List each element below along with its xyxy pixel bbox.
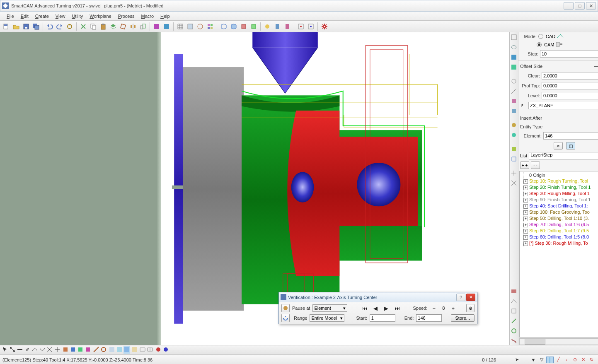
bt-snap2-icon[interactable] — [17, 346, 23, 354]
tb-paste-icon[interactable] — [99, 22, 108, 31]
step-tree[interactable]: 0 Origin+Step 10: Rough Turning, Tool+St… — [519, 171, 598, 337]
tb-scale-icon[interactable] — [138, 22, 148, 31]
tree-node[interactable]: 0 Origin — [523, 172, 598, 178]
tree-node[interactable]: +Step 70: Drilling, Tool 1:6 (6.5 — [523, 222, 598, 228]
tb-refresh-icon[interactable] — [65, 22, 74, 31]
bt-measure1-icon[interactable] — [93, 346, 99, 354]
vtb-icon-20[interactable] — [510, 337, 518, 345]
tb-mesh3-icon[interactable] — [239, 22, 248, 31]
bt-snap4-icon[interactable] — [31, 346, 38, 354]
tb-grid2-icon[interactable] — [186, 22, 195, 31]
status-icon-5[interactable]: ◦ — [563, 357, 570, 363]
expand-icon[interactable]: + — [523, 186, 528, 190]
bt-view4-icon[interactable] — [85, 346, 91, 354]
menu-workplane[interactable]: Workplane — [86, 13, 114, 19]
range-select[interactable]: Entire Model▾ — [310, 314, 344, 322]
tb-undo-icon[interactable] — [45, 22, 54, 31]
tb-mesh1-icon[interactable] — [219, 22, 228, 31]
expand-icon[interactable]: + — [523, 210, 528, 215]
vtb-icon-18[interactable] — [510, 317, 518, 325]
play-button[interactable]: ▶ — [382, 304, 390, 312]
dialog-help-button[interactable]: ? — [456, 294, 465, 301]
vtb-icon-2[interactable] — [510, 43, 518, 51]
tb-grid1-icon[interactable] — [176, 22, 185, 31]
tb-gear-icon[interactable] — [320, 22, 329, 31]
status-icon-3[interactable]: ┼ — [546, 357, 554, 363]
vtb-icon-5[interactable] — [510, 77, 518, 85]
menu-view[interactable]: View — [52, 13, 69, 19]
tb-grid4-icon[interactable] — [206, 22, 215, 31]
bt-view1-icon[interactable] — [62, 346, 69, 354]
status-icon-4[interactable]: ╱ — [554, 357, 562, 363]
menu-process[interactable]: Process — [115, 13, 138, 19]
expand-icon[interactable]: + — [523, 241, 528, 246]
minimize-button[interactable]: ─ — [564, 2, 574, 10]
tb-tool1-icon[interactable] — [263, 22, 272, 31]
dialog-close-button[interactable]: ✕ — [466, 294, 475, 301]
tb-tool3-icon[interactable] — [283, 22, 292, 31]
bt-snap1-icon[interactable] — [9, 346, 16, 354]
tree-node[interactable]: +Step 10: Rough Turning, Tool — [523, 178, 598, 184]
bt-snap5-icon[interactable] — [39, 346, 46, 354]
tb-mesh2-icon[interactable] — [229, 22, 238, 31]
tree-node[interactable]: +Step 50: Drilling, Tool 1:10 (3. — [523, 215, 598, 222]
tb-x2-icon[interactable] — [306, 22, 315, 31]
proftop-input[interactable] — [542, 82, 598, 89]
tree-node[interactable]: +[*] Step 30: Rough Milling, To — [523, 240, 598, 246]
tree-node[interactable]: +Step 20: Finish Turning, Tool 1 — [523, 184, 598, 190]
bt-q2-icon[interactable] — [147, 346, 153, 354]
vtb-icon-10[interactable] — [510, 131, 518, 139]
expand-icon[interactable]: + — [523, 192, 528, 196]
bt-q1-icon[interactable] — [139, 346, 146, 354]
tb-mesh4-icon[interactable] — [249, 22, 258, 31]
vtb-icon-13[interactable] — [510, 169, 518, 177]
tree-node[interactable]: +Step 100: Face Grooving, Too — [523, 209, 598, 215]
expand-icon[interactable]: + — [523, 204, 528, 209]
expand-icon[interactable]: + — [523, 217, 528, 221]
vtb-icon-7[interactable] — [510, 97, 518, 105]
step-input[interactable] — [540, 50, 598, 58]
store-button[interactable]: Store... — [451, 314, 475, 322]
clear-input[interactable] — [542, 72, 598, 80]
fast-forward-button[interactable]: ⏭ — [393, 304, 401, 312]
tb-cut-icon[interactable] — [79, 22, 88, 31]
tree-hscrollbar[interactable] — [519, 338, 598, 345]
tb-mirror-icon[interactable] — [128, 22, 138, 31]
plane-input[interactable] — [528, 102, 598, 109]
bt-r1-icon[interactable] — [155, 346, 162, 354]
mode-cad-radio[interactable] — [538, 34, 543, 39]
toggle-btn-1[interactable]: ≈ — [554, 142, 563, 149]
vtb-icon-16[interactable] — [510, 297, 518, 305]
vtb-icon-14[interactable] — [510, 179, 518, 187]
bt-r2-icon[interactable] — [162, 346, 169, 354]
tree-node[interactable]: +Step 90: Finish Turning, Tool 1 — [523, 197, 598, 203]
status-icon-1[interactable]: ▼ — [530, 357, 537, 363]
step-back-button[interactable]: ◀ — [371, 304, 380, 312]
menu-utility[interactable]: Utility — [68, 13, 86, 19]
menu-help[interactable]: Help — [157, 13, 173, 19]
vtb-icon-15[interactable] — [510, 287, 518, 295]
menu-file[interactable]: File — [3, 13, 17, 19]
tb-new-icon[interactable] — [2, 22, 11, 31]
tb-layer-icon[interactable] — [109, 22, 118, 31]
tb-grid3-icon[interactable] — [196, 22, 205, 31]
vtb-icon-8[interactable] — [510, 107, 518, 115]
vtb-icon-3[interactable] — [510, 53, 518, 61]
tb-redo-icon[interactable] — [55, 22, 64, 31]
bt-snap3-icon[interactable] — [24, 346, 31, 354]
menu-macro[interactable]: Macro — [138, 13, 157, 19]
list-mode-select[interactable]: Layer/Step▾ — [529, 152, 598, 159]
verify-settings-icon[interactable]: ⚙ — [466, 304, 475, 312]
mode-cam-radio[interactable] — [537, 42, 542, 47]
bt-p2-icon[interactable] — [116, 346, 123, 354]
expand-icon[interactable]: + — [523, 235, 528, 240]
expand-all-button[interactable]: + + — [520, 162, 529, 169]
rewind-button[interactable]: ⏮ — [361, 304, 369, 312]
end-input[interactable] — [416, 314, 442, 322]
tree-node[interactable]: +Step 30: Rough Milling, Tool 1 — [523, 190, 598, 197]
tb-save-icon[interactable] — [22, 22, 31, 31]
expand-icon[interactable]: + — [523, 198, 528, 202]
pause-at-select[interactable]: Element▾ — [312, 304, 347, 312]
tb-copy-icon[interactable] — [89, 22, 98, 31]
toggle-btn-2[interactable]: ◫ — [566, 142, 575, 149]
